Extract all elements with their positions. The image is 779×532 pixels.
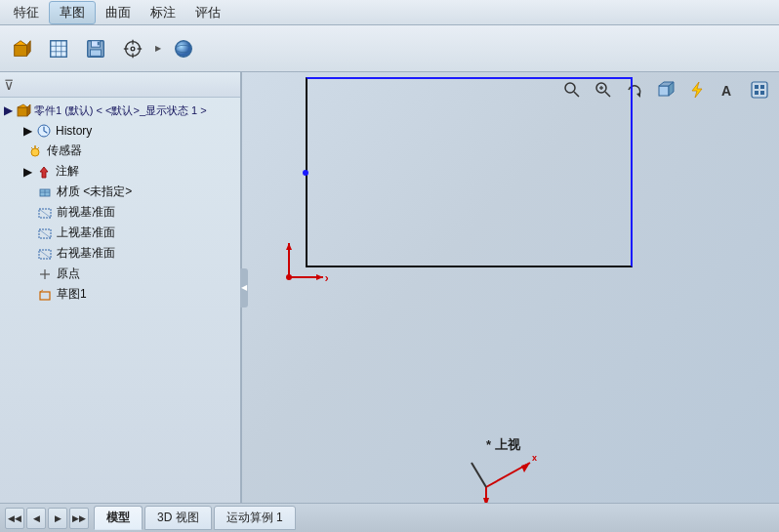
tree-root-part[interactable]: ▶ 零件1 (默认) < <默认>_显示状态 1 > — [0, 100, 240, 121]
right-plane-label: 右视基准面 — [57, 245, 115, 262]
svg-point-24 — [31, 148, 39, 156]
tab-3dview[interactable]: 3D 视图 — [144, 506, 212, 530]
svg-rect-59 — [760, 91, 764, 95]
svg-point-18 — [176, 40, 192, 57]
material-icon — [37, 184, 53, 200]
sensor-icon — [27, 143, 43, 159]
save-button[interactable] — [78, 29, 113, 68]
svg-text:x: x — [532, 453, 537, 463]
top-plane-icon — [37, 225, 53, 241]
sketch1-label: 草图1 — [57, 286, 87, 303]
top-plane-label: 上视基准面 — [57, 225, 115, 241]
nav-next-button[interactable]: ▶ — [48, 508, 67, 529]
front-plane-icon — [37, 205, 53, 221]
svg-text:x: x — [325, 273, 328, 283]
tree-item-annotation[interactable]: ▶ 注解 — [0, 161, 240, 182]
status-bar: ◀◀ ◀ ▶ ▶▶ 模型 3D 视图 运动算例 1 — [0, 503, 779, 532]
menu-item-sketch[interactable]: 草图 — [49, 1, 96, 24]
tree-item-front-plane[interactable]: 前视基准面 — [0, 202, 240, 223]
svg-text:A: A — [721, 83, 731, 99]
svg-rect-0 — [15, 45, 27, 56]
vp-viewcube-button[interactable] — [652, 76, 679, 103]
svg-rect-50 — [659, 86, 669, 96]
svg-marker-53 — [692, 82, 702, 98]
menu-bar: 特征 草图 曲面 标注 评估 — [0, 0, 779, 25]
svg-rect-55 — [752, 82, 767, 98]
svg-point-64 — [286, 274, 292, 280]
svg-line-70 — [472, 463, 486, 487]
svg-marker-63 — [286, 243, 292, 250]
tree-item-right-plane[interactable]: 右视基准面 — [0, 243, 240, 264]
history-expand-icon: ▶ — [23, 124, 32, 138]
tree-item-sketch1[interactable]: 草图1 — [0, 284, 240, 305]
tree-item-top-plane[interactable]: 上视基准面 — [0, 223, 240, 243]
main-toolbar: ▶ — [0, 25, 779, 72]
feature-tree: ▶ 零件1 (默认) < <默认>_显示状态 1 > ▶ — [0, 98, 240, 503]
svg-rect-56 — [755, 85, 758, 89]
menu-item-evaluate[interactable]: 评估 — [185, 2, 230, 23]
sidebar-filter: ⊽ — [0, 72, 240, 98]
tree-item-sensor[interactable]: 传感器 — [0, 141, 240, 161]
front-plane-label: 前视基准面 — [57, 204, 115, 221]
svg-text:z: z — [488, 502, 493, 503]
sketch-midpoint-dot — [303, 170, 308, 176]
svg-line-26 — [31, 147, 33, 149]
viewport-label: * 上视 — [486, 436, 520, 454]
sketch-rectangle — [306, 77, 633, 267]
annotation-expand-icon: ▶ — [23, 165, 32, 179]
filter-icon: ⊽ — [4, 77, 14, 93]
nav-prev-button[interactable]: ◀ — [26, 508, 46, 529]
sketch-grid-button[interactable] — [41, 29, 76, 68]
vp-lightning-button[interactable] — [683, 76, 711, 103]
svg-rect-58 — [755, 91, 758, 95]
svg-point-13 — [131, 47, 135, 51]
svg-rect-3 — [51, 40, 67, 57]
svg-marker-21 — [18, 104, 27, 107]
svg-line-33 — [39, 209, 51, 218]
root-expand-icon: ▶ — [4, 103, 13, 117]
svg-marker-28 — [40, 167, 48, 178]
vp-display-button[interactable] — [746, 76, 773, 103]
menu-item-annotation[interactable]: 标注 — [141, 2, 185, 23]
viewport-label-text: 上视 — [495, 437, 520, 452]
svg-marker-2 — [27, 40, 31, 56]
sidebar: ⊽ ▶ 零件1 (默认) < <默认>_显示状态 1 > ▶ — [0, 72, 242, 503]
right-plane-icon — [37, 246, 53, 262]
nav-last-button[interactable]: ▶▶ — [69, 508, 89, 529]
crosshair-button[interactable] — [115, 29, 150, 68]
origin-icon — [37, 266, 53, 282]
svg-line-37 — [39, 250, 51, 259]
svg-rect-11 — [98, 41, 100, 45]
material-label: 材质 <未指定> — [57, 184, 132, 200]
nav-first-button[interactable]: ◀◀ — [5, 508, 24, 529]
toolbar-more-arrow[interactable]: ▶ — [152, 29, 164, 68]
menu-item-surface[interactable]: 曲面 — [96, 2, 141, 23]
sphere-button[interactable] — [166, 29, 201, 68]
axis-cross-origin: x — [269, 238, 328, 297]
annotation-label: 注解 — [56, 163, 79, 180]
tab-motion[interactable]: 运动算例 1 — [214, 506, 296, 530]
viewport-label-prefix: * — [486, 437, 495, 452]
tree-item-origin[interactable]: 原点 — [0, 264, 240, 284]
main-layout: ⊽ ▶ 零件1 (默认) < <默认>_显示状态 1 > ▶ — [0, 72, 779, 503]
tree-root-label: 零件1 (默认) < <默认>_显示状态 1 > — [34, 103, 207, 118]
svg-marker-67 — [521, 463, 530, 472]
sidebar-collapse-handle[interactable]: ◀ — [240, 268, 248, 307]
tree-item-material[interactable]: 材质 <未指定> — [0, 182, 240, 202]
svg-line-35 — [39, 229, 51, 238]
svg-line-27 — [37, 147, 39, 149]
svg-rect-57 — [760, 85, 764, 89]
part-tree-icon — [16, 102, 31, 118]
svg-marker-22 — [27, 104, 30, 116]
annotation-icon — [36, 164, 52, 180]
tab-model[interactable]: 模型 — [94, 506, 143, 530]
svg-rect-40 — [40, 292, 50, 300]
vp-text-button[interactable]: A — [715, 76, 742, 103]
svg-rect-20 — [18, 107, 27, 116]
history-label: History — [56, 124, 92, 138]
menu-item-features[interactable]: 特征 — [4, 2, 49, 23]
viewport[interactable]: A — [242, 72, 779, 503]
part-button[interactable] — [4, 29, 39, 68]
svg-marker-49 — [636, 93, 640, 98]
tree-item-history[interactable]: ▶ History — [0, 121, 240, 141]
